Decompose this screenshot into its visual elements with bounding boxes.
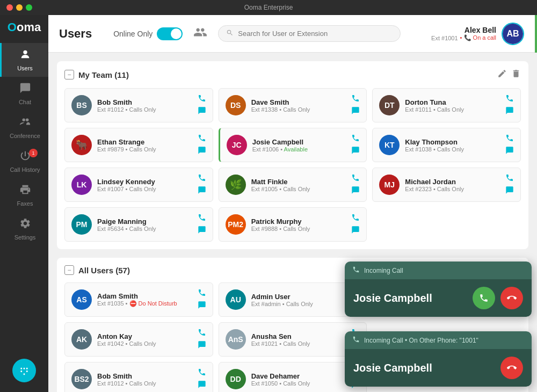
users-icon: [19, 48, 31, 63]
my-team-header: − My Team (11): [64, 69, 521, 81]
dialpad-button[interactable]: [12, 359, 36, 382]
close-button[interactable]: [6, 4, 13, 11]
call-button[interactable]: [505, 134, 514, 144]
chat-button[interactable]: [351, 186, 360, 196]
table-row[interactable]: PM Paige Manning Ext #5634 • Calls Only: [64, 207, 213, 242]
on-call-badge: • 📞 On a call: [460, 34, 496, 41]
call-button[interactable]: [351, 94, 360, 104]
faxes-icon: [19, 184, 31, 198]
call-button[interactable]: [198, 288, 206, 299]
call-button[interactable]: [351, 213, 360, 223]
user-name: Alex Bell: [431, 26, 496, 34]
decline-call-button-2[interactable]: [500, 357, 523, 379]
call-button[interactable]: [198, 173, 206, 184]
table-row[interactable]: BS2 Bob Smith Ext #1012 • Calls Only: [64, 362, 213, 392]
incoming-call-title-1: Incoming Call: [364, 267, 403, 274]
chat-button[interactable]: [198, 106, 206, 117]
call-button[interactable]: [198, 213, 206, 223]
search-input[interactable]: [238, 30, 393, 38]
table-row[interactable]: DS Dave Smith Ext #1338 • Calls Only: [219, 88, 367, 122]
table-row[interactable]: MJ Michael Jordan Ext #2323 • Calls Only: [372, 168, 521, 202]
table-row[interactable]: JC Josie Campbell Ext #1006 • Available: [219, 128, 367, 162]
chat-button[interactable]: [351, 106, 360, 117]
avatar: DT: [379, 95, 400, 115]
minimize-button[interactable]: [16, 4, 23, 11]
chat-button[interactable]: [198, 340, 206, 351]
edit-team-button[interactable]: [497, 69, 507, 81]
call-button[interactable]: [198, 94, 206, 104]
avatar: KT: [379, 135, 400, 155]
sidebar-item-settings[interactable]: Settings: [0, 212, 48, 246]
sidebar-label-users: Users: [17, 65, 33, 71]
sidebar: Ooma Users Chat Conference 1: [0, 15, 48, 392]
my-team-title: My Team (11): [78, 70, 129, 79]
table-row[interactable]: AS Adam Smith Ext #1035 • ⛔ Do Not Distu…: [64, 282, 213, 317]
table-row[interactable]: 🐂 Ethan Strange Ext #9879 • Calls Only: [64, 128, 213, 162]
chat-button[interactable]: [198, 226, 206, 236]
header-wrapper: Users Online Only: [48, 15, 537, 53]
header: Users Online Only: [48, 15, 535, 53]
avatar: BS: [71, 95, 92, 115]
table-row[interactable]: DT Dorton Tuna Ext #1011 • Calls Only: [372, 88, 521, 122]
sidebar-label-chat: Chat: [19, 99, 31, 105]
conference-icon: [19, 116, 31, 130]
chat-button[interactable]: [198, 380, 206, 390]
call-button[interactable]: [351, 173, 360, 184]
chat-button[interactable]: [351, 226, 360, 236]
incoming-call-buttons-2: [500, 357, 523, 379]
incoming-call-card-2: Incoming Call • On Other Phone: "1001" J…: [345, 331, 532, 387]
sidebar-item-chat[interactable]: Chat: [0, 77, 48, 111]
window-controls[interactable]: [6, 4, 32, 11]
my-team-actions: [497, 69, 521, 81]
incoming-call-title-2: Incoming Call • On Other Phone: "1001": [364, 337, 478, 344]
answer-call-button-1[interactable]: [473, 287, 495, 309]
delete-team-button[interactable]: [511, 69, 521, 81]
chat-button[interactable]: [198, 146, 206, 156]
sidebar-item-callhistory[interactable]: 1 Call History: [0, 144, 48, 178]
incoming-call-buttons-1: [473, 287, 523, 309]
call-button[interactable]: [198, 328, 206, 338]
call-button[interactable]: [198, 134, 206, 144]
avatar: AnS: [226, 329, 246, 350]
all-users-collapse-button[interactable]: −: [64, 265, 74, 275]
avatar: JC: [227, 135, 247, 155]
table-row[interactable]: PM2 Patrick Murphy Ext #9888 • Calls Onl…: [219, 207, 367, 242]
decline-call-button-1[interactable]: [500, 287, 523, 309]
page-title: Users: [59, 27, 92, 41]
settings-icon: [19, 217, 31, 232]
group-users-button[interactable]: [193, 25, 207, 42]
my-team-group: − My Team (11): [57, 61, 528, 249]
table-row[interactable]: LK Lindsey Kennedy Ext #1007 • Calls Onl…: [64, 168, 213, 202]
avatar: BS2: [71, 369, 92, 389]
incoming-call-card-1: Incoming Call Josie Campbell: [345, 262, 532, 317]
call-button[interactable]: [505, 173, 514, 184]
sidebar-label-conference: Conference: [10, 133, 40, 139]
sidebar-item-users[interactable]: Users: [0, 43, 48, 77]
chat-button[interactable]: [505, 106, 514, 117]
my-team-grid: BS Bob Smith Ext #1012 • Calls Only: [64, 88, 521, 242]
incoming-caller-name-2: Josie Campbell: [353, 362, 432, 374]
incoming-call-icon-2: [352, 336, 360, 345]
chat-button[interactable]: [198, 186, 206, 196]
chat-button[interactable]: [351, 146, 360, 156]
chat-button[interactable]: [198, 301, 206, 311]
table-row[interactable]: KT Klay Thompson Ext #1038 • Calls Only: [372, 128, 521, 162]
table-row[interactable]: AK Anton Kay Ext #1042 • Calls Only: [64, 322, 213, 357]
table-row[interactable]: BS Bob Smith Ext #1012 • Calls Only: [64, 88, 213, 122]
table-row[interactable]: 🌿 Matt Finkle Ext #1005 • Calls Only: [219, 168, 367, 202]
my-team-collapse-button[interactable]: −: [64, 70, 74, 79]
chat-button[interactable]: [505, 186, 514, 196]
avatar: DS: [226, 95, 246, 115]
online-only-toggle[interactable]: [157, 27, 183, 40]
maximize-button[interactable]: [26, 4, 32, 11]
sidebar-item-conference[interactable]: Conference: [0, 111, 48, 144]
call-button[interactable]: [198, 368, 206, 378]
window-title: Ooma Enterprise: [244, 4, 293, 11]
call-button[interactable]: [351, 134, 360, 144]
sidebar-item-faxes[interactable]: Faxes: [0, 178, 48, 212]
search-icon: [226, 29, 234, 38]
sidebar-label-settings: Settings: [14, 234, 36, 241]
avatar: 🌿: [226, 175, 246, 195]
chat-button[interactable]: [505, 146, 514, 156]
call-button[interactable]: [505, 94, 514, 104]
